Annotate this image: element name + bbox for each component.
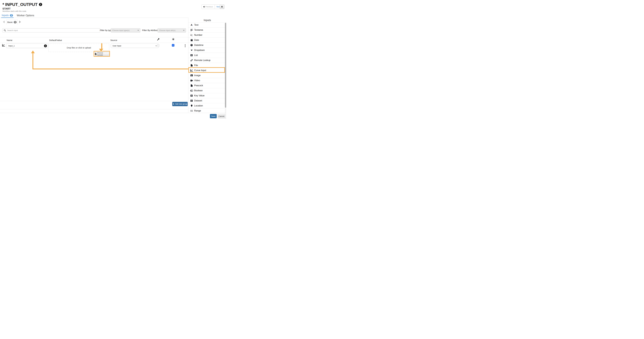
caret-down-icon xyxy=(138,30,139,31)
sidebar-item-image[interactable]: Image xyxy=(188,73,225,78)
sidebar-item-label: Dropdown xyxy=(194,49,205,52)
sidebar-item-label: File xyxy=(194,64,198,67)
sliders-icon xyxy=(190,110,193,112)
page-title-row: * INPUT_OUTPUT xyxy=(2,2,42,7)
list-icon xyxy=(190,54,193,56)
close-icon xyxy=(221,6,223,8)
sidebar-item-label: Location xyxy=(194,104,203,107)
filter-attr-select[interactable]: Choose input attr(s) xyxy=(158,28,186,32)
subtab-scroll-right-icon[interactable] xyxy=(19,21,21,23)
filter-attr-label: Filter By Attribute xyxy=(142,29,158,32)
search-icon xyxy=(4,29,6,32)
required-checkbox[interactable]: ✓ xyxy=(172,44,174,46)
sidebar-item-label: Key Value xyxy=(194,94,204,97)
input-name-field-wrap xyxy=(6,44,48,48)
close-button[interactable] xyxy=(220,4,224,9)
column-header-default-value: Default/Value xyxy=(49,39,62,42)
video-icon xyxy=(190,80,193,82)
caret-down-icon xyxy=(183,30,184,31)
sidebar-item-remote-lookup[interactable]: Remote Lookup xyxy=(188,58,225,63)
text-icon: A xyxy=(190,24,193,26)
node-type-label: START xyxy=(2,7,10,10)
sidebar-item-label: Text xyxy=(194,24,198,26)
page-title: * INPUT_OUTPUT xyxy=(2,2,38,7)
filter-type-label: Filter by type xyxy=(100,29,112,32)
sidebar-item-dropdown[interactable]: Dropdown xyxy=(188,48,225,53)
toggle-icon xyxy=(190,90,193,92)
file-icon xyxy=(190,64,193,66)
filter-type-select[interactable]: Choose input type(s) xyxy=(111,28,140,32)
calendar-icon xyxy=(190,39,193,41)
row-menu-kebab-icon[interactable] xyxy=(184,44,186,48)
sidebar-item-key-value[interactable]: Key Value xyxy=(188,93,225,98)
sidebar-item-label: Textarea xyxy=(194,29,203,31)
list-icon xyxy=(190,95,193,97)
save-button[interactable]: Save xyxy=(210,114,217,118)
sidebar-item-list[interactable]: List xyxy=(188,53,225,58)
sidebar-item-label: Video xyxy=(194,79,200,82)
sidebar-item-label: Peacock xyxy=(194,84,203,87)
annotation-connector-line xyxy=(32,68,188,70)
node-description: Workflow starts with this node xyxy=(2,10,26,12)
info-icon[interactable] xyxy=(39,3,42,6)
chevron-down-icon xyxy=(155,45,157,46)
node-config-modal: * INPUT_OUTPUT START Workflow starts wit… xyxy=(0,0,226,119)
add-new-group-button[interactable]: Add new group xyxy=(172,102,188,106)
choose-sample-highlight-box xyxy=(94,51,110,57)
column-header-source: Source xyxy=(110,39,117,42)
scrollbar-thumb[interactable] xyxy=(225,23,226,108)
sidebar-item-range[interactable]: Range xyxy=(188,108,225,113)
sidebar-item-location[interactable]: Location xyxy=(188,103,225,108)
key-checkbox[interactable] xyxy=(157,44,160,47)
sidebar-item-label: Datetime xyxy=(194,44,204,46)
cancel-button[interactable]: Cancel xyxy=(218,114,225,118)
basic-count-badge: 0 xyxy=(14,21,17,23)
sidebar-item-label: Boolean xyxy=(194,89,203,92)
sidebar-item-label: Remote Lookup xyxy=(194,59,210,62)
input-name-field[interactable] xyxy=(8,44,44,47)
file-icon xyxy=(190,84,193,87)
link-icon xyxy=(190,59,193,62)
annotation-arrow-up-shaft xyxy=(32,53,33,70)
key-icon xyxy=(157,38,160,41)
curve-input-highlight-box xyxy=(188,67,225,73)
sidebar-item-label: Image xyxy=(194,74,200,77)
tab-basic[interactable]: Basic 0 xyxy=(6,20,18,25)
sidebar-item-textarea[interactable]: Textarea xyxy=(188,28,225,32)
sidebar-item-dataset[interactable]: Dataset xyxy=(188,98,225,103)
sidebar-item-label: Dataset xyxy=(194,100,202,102)
annotation-arrow-up-head xyxy=(31,50,35,53)
sidebar-item-label: Range xyxy=(194,110,201,112)
sidebar-item-label: List xyxy=(194,54,198,56)
sidebar-title: Inputs xyxy=(188,18,226,22)
column-header-name: Name xyxy=(7,39,12,42)
tab-worker-options[interactable]: Worker Options xyxy=(16,13,35,18)
chart-line-icon xyxy=(2,44,5,47)
sidebar-item-peacock[interactable]: Peacock xyxy=(188,83,225,88)
location-icon xyxy=(190,104,193,107)
caret-left-icon xyxy=(203,6,204,8)
number-icon: 19 xyxy=(190,34,193,36)
previous-button[interactable]: Previous xyxy=(202,4,215,9)
footer-divider xyxy=(0,113,226,113)
sidebar-item-number[interactable]: 19Number xyxy=(188,32,225,38)
image-icon xyxy=(190,74,193,76)
sidebar-item-label: Date xyxy=(194,39,199,42)
main-tab-bar: Inputs 0 Worker Options xyxy=(0,13,226,18)
plus-icon xyxy=(173,103,174,105)
sidebar-item-text[interactable]: AText xyxy=(188,22,225,28)
sidebar-item-date[interactable]: Date xyxy=(188,38,225,43)
info-icon[interactable] xyxy=(44,44,47,47)
source-select[interactable]: User Input xyxy=(111,44,159,48)
search-input[interactable] xyxy=(7,29,99,32)
sidebar-item-video[interactable]: Video xyxy=(188,78,225,83)
annotation-arrow-down-shaft xyxy=(101,43,102,49)
textarea-icon xyxy=(190,29,193,31)
sidebar-item-label: Number xyxy=(194,34,202,36)
sidebar-item-datetime[interactable]: Datetime xyxy=(188,43,225,48)
sidebar-item-boolean[interactable]: Boolean xyxy=(188,88,225,93)
svg-text:9: 9 xyxy=(192,35,192,36)
subtab-scroll-left-icon[interactable] xyxy=(3,21,4,23)
inputs-count-badge: 0 xyxy=(10,14,13,16)
tab-inputs[interactable]: Inputs 0 xyxy=(1,13,14,18)
